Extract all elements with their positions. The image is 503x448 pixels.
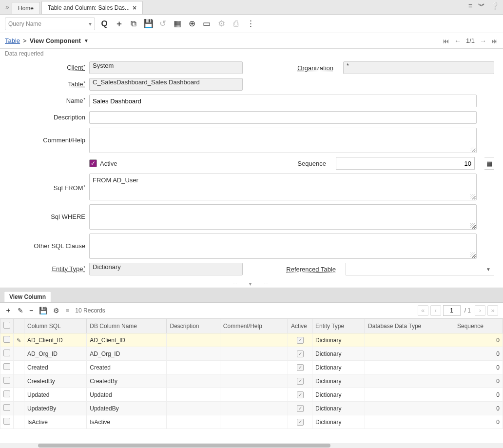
active-checkbox[interactable] [297, 351, 304, 357]
menu-icon[interactable]: ≡ [468, 2, 472, 11]
next-record-icon[interactable]: → [480, 37, 486, 45]
prev-record-icon[interactable]: ← [454, 37, 461, 45]
grid-toggle-icon[interactable]: ▦ [172, 19, 183, 29]
save-icon[interactable]: 💾 [143, 19, 154, 29]
col-desc[interactable]: Description [167, 319, 220, 333]
edit-row-icon[interactable]: ✎ [18, 307, 23, 314]
first-record-icon[interactable]: ⏮ [443, 37, 449, 45]
row-checkbox[interactable] [3, 350, 10, 356]
row-checkbox[interactable] [3, 418, 10, 425]
chevron-down-icon: ▾ [89, 20, 92, 27]
label-referenced[interactable]: Referenced Table [286, 266, 336, 273]
active-checkbox[interactable] [297, 364, 304, 371]
active-checkbox[interactable] [297, 337, 304, 344]
tab-current[interactable]: Table and Column: Sales Das... × [41, 1, 143, 14]
page-input[interactable] [443, 305, 461, 316]
expand-sidebar-icon[interactable]: » [3, 0, 12, 14]
close-icon[interactable]: × [133, 4, 136, 12]
edit-icon[interactable]: ✎ [17, 337, 21, 343]
zoom-icon[interactable]: ⊕ [187, 19, 197, 29]
print-icon[interactable]: ⎙ [231, 19, 241, 29]
help-icon[interactable]: ❔ [491, 2, 499, 11]
label-active: Active [100, 160, 117, 167]
query-name-select[interactable]: Query Name ▾ [5, 18, 95, 30]
col-entity[interactable]: Entity Type [312, 319, 365, 333]
tab-current-label: Table and Column: Sales Das... [48, 4, 130, 11]
othersql-textarea[interactable] [89, 234, 477, 259]
add-row-icon[interactable]: ＋ [5, 306, 12, 315]
cell-colsql: IsActive [24, 415, 87, 429]
label-organization[interactable]: Organization [297, 64, 333, 72]
cell-desc [167, 374, 220, 388]
tab-home[interactable]: Home [12, 2, 40, 14]
first-page-icon[interactable]: « [418, 305, 428, 316]
next-page-icon[interactable]: › [475, 305, 485, 316]
active-checkbox[interactable] [297, 378, 304, 385]
cell-colsql: CreatedBy [24, 374, 87, 388]
active-checkbox[interactable]: ✓ [89, 159, 97, 167]
table-row[interactable]: CreatedCreatedDictionary0 [0, 361, 503, 374]
referenced-select[interactable]: ▼ [346, 263, 494, 275]
search-icon[interactable]: Q [99, 19, 110, 29]
row-checkbox[interactable] [3, 404, 10, 411]
copy-icon[interactable]: ⧉ [128, 19, 139, 29]
cell-comment [220, 361, 288, 374]
breadcrumb-table[interactable]: Table [5, 37, 20, 44]
new-icon[interactable]: ＋ [114, 19, 124, 29]
comment-textarea[interactable] [89, 128, 477, 153]
col-dbcol[interactable]: DB Column Name [87, 319, 167, 333]
select-all-checkbox[interactable] [3, 322, 10, 329]
label-client[interactable]: Client [67, 64, 85, 72]
cell-dbtype [365, 402, 454, 415]
table-row[interactable]: ✎AD_Client_IDAD_Client_IDDictionary0 [0, 333, 503, 347]
detail-icon[interactable]: ▭ [201, 19, 212, 29]
cell-comment [220, 333, 288, 347]
label-description: Description [54, 114, 85, 121]
sqlwhere-textarea[interactable] [89, 204, 477, 230]
row-checkbox[interactable] [3, 336, 10, 343]
customize-icon[interactable]: ⚙ [53, 307, 59, 314]
list-icon[interactable]: ≡ [65, 307, 69, 314]
cell-seq: 0 [454, 347, 503, 361]
active-checkbox[interactable] [297, 419, 304, 426]
undo-icon[interactable]: ↺ [157, 19, 168, 29]
table-row[interactable]: UpdatedByUpdatedByDictionary0 [0, 402, 503, 415]
row-checkbox[interactable] [3, 363, 10, 370]
tab-home-label: Home [18, 5, 34, 12]
name-input[interactable] [89, 95, 477, 107]
more-icon[interactable]: ⋮ [245, 19, 256, 29]
col-colsql[interactable]: Column SQL [24, 319, 87, 333]
description-input[interactable] [89, 111, 477, 124]
breadcrumb: Table > View Component ▼ [5, 37, 89, 44]
table-row[interactable]: UpdatedUpdatedDictionary0 [0, 388, 503, 402]
cell-entity: Dictionary [312, 333, 365, 347]
chevron-down-icon[interactable]: ▼ [84, 38, 89, 43]
splitter[interactable]: ⋯ ▾ ⋯ [0, 280, 503, 288]
col-comment[interactable]: Comment/Help [220, 319, 288, 333]
cell-seq: 0 [454, 333, 503, 347]
active-checkbox[interactable] [297, 405, 304, 412]
sqlfrom-textarea[interactable]: FROM AD_User [89, 174, 477, 200]
sequence-input[interactable] [336, 157, 475, 170]
calculator-icon[interactable]: ▦ [484, 157, 494, 170]
prev-page-icon[interactable]: ‹ [430, 305, 441, 316]
table-row[interactable]: IsActiveIsActiveDictionary0 [0, 415, 503, 429]
save-row-icon[interactable]: 💾 [39, 307, 47, 314]
last-page-icon[interactable]: » [487, 305, 498, 316]
table-row[interactable]: AD_Org_IDAD_Org_IDDictionary0 [0, 347, 503, 361]
collapse-icon[interactable]: ︾ [478, 2, 485, 11]
label-table[interactable]: Table [68, 80, 85, 88]
tab-view-column[interactable]: View Column [4, 291, 51, 302]
row-checkbox[interactable] [3, 390, 10, 397]
horizontal-scrollbar[interactable] [0, 443, 503, 448]
col-active[interactable]: Active [288, 319, 312, 333]
gear-icon[interactable]: ⚙ [216, 19, 227, 29]
label-entitytype[interactable]: Entity Type [52, 265, 85, 273]
delete-row-icon[interactable]: − [29, 307, 33, 314]
table-row[interactable]: CreatedByCreatedByDictionary0 [0, 374, 503, 388]
col-dbtype[interactable]: Database Data Type [365, 319, 454, 333]
last-record-icon[interactable]: ⏭ [491, 37, 498, 45]
col-seq[interactable]: Sequence [454, 319, 503, 333]
row-checkbox[interactable] [3, 377, 10, 384]
active-checkbox[interactable] [297, 391, 304, 398]
